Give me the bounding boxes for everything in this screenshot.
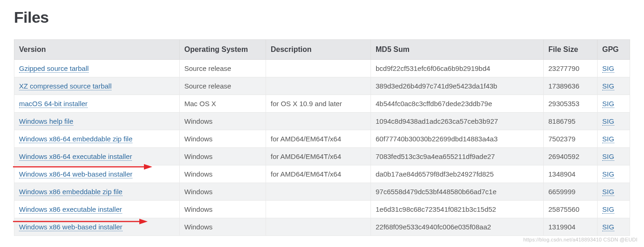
cell-gpg: SIG <box>598 60 630 77</box>
cell-version: macOS 64-bit installer <box>14 95 180 113</box>
cell-os: Source release <box>180 77 266 95</box>
cell-gpg: SIG <box>598 130 630 148</box>
cell-version: XZ compressed source tarball <box>14 77 180 95</box>
col-version: Version <box>14 40 180 60</box>
sig-link[interactable]: SIG <box>602 188 614 196</box>
sig-link[interactable]: SIG <box>602 64 614 73</box>
col-gpg: GPG <box>598 40 630 60</box>
cell-gpg: SIG <box>598 218 630 236</box>
cell-os: Source release <box>180 60 266 77</box>
cell-os: Windows <box>180 218 266 236</box>
cell-version: Windows help file <box>14 113 180 130</box>
download-link[interactable]: Windows x86 embeddable zip file <box>19 188 123 196</box>
cell-description <box>266 201 371 218</box>
cell-md5: bcd9f22cf531efc6f06ca6b9b2919bd4 <box>371 60 544 77</box>
cell-gpg: SIG <box>598 165 630 183</box>
page-title: Files <box>14 8 630 26</box>
cell-gpg: SIG <box>598 95 630 113</box>
col-description: Description <box>266 40 371 60</box>
cell-version: Windows x86 web-based installer <box>14 218 180 236</box>
cell-md5: 4b544fc0ac8c3cffdb67dede23ddb79e <box>371 95 544 113</box>
col-os: Operating System <box>180 40 266 60</box>
download-link[interactable]: Gzipped source tarball <box>19 64 89 73</box>
table-header-row: Version Operating System Description MD5… <box>14 40 630 60</box>
cell-size: 1348904 <box>544 165 598 183</box>
download-link[interactable]: XZ compressed source tarball <box>19 82 111 90</box>
cell-md5: 97c6558d479dc53bf448580b66ad7c1e <box>371 183 544 201</box>
cell-version: Windows x86 executable installer <box>14 201 180 218</box>
cell-size: 6659999 <box>544 183 598 201</box>
download-link[interactable]: macOS 64-bit installer <box>19 100 88 108</box>
sig-link[interactable]: SIG <box>602 135 614 143</box>
cell-md5: 60f77740b30030b22699dbd14883a4a3 <box>371 130 544 148</box>
cell-md5: 1094c8d9438ad1adc263ca57ceb3b927 <box>371 113 544 130</box>
table-row: Windows help fileWindows1094c8d9438ad1ad… <box>14 113 630 130</box>
cell-size: 8186795 <box>544 113 598 130</box>
cell-os: Windows <box>180 165 266 183</box>
cell-md5: 7083fed513c3c9a4ea655211df9ade27 <box>371 148 544 165</box>
table-row: Windows x86-64 web-based installerWindow… <box>14 165 630 183</box>
cell-size: 1319904 <box>544 218 598 236</box>
cell-version: Windows x86-64 web-based installer <box>14 165 180 183</box>
download-link[interactable]: Windows help file <box>19 117 73 126</box>
cell-description: for AMD64/EM64T/x64 <box>266 148 371 165</box>
sig-link[interactable]: SIG <box>602 82 614 90</box>
cell-size: 7502379 <box>544 130 598 148</box>
download-link[interactable]: Windows x86-64 executable installer <box>19 152 132 161</box>
cell-size: 23277790 <box>544 60 598 77</box>
sig-link[interactable]: SIG <box>602 170 614 178</box>
cell-md5: 389d3ed26b4d97c741d9e5423da1f43b <box>371 77 544 95</box>
sig-link[interactable]: SIG <box>602 205 614 214</box>
cell-description <box>266 183 371 201</box>
cell-size: 25875560 <box>544 201 598 218</box>
table-row: Windows x86-64 executable installerWindo… <box>14 148 630 165</box>
cell-description: for OS X 10.9 and later <box>266 95 371 113</box>
table-row: Windows x86-64 embeddable zip fileWindow… <box>14 130 630 148</box>
download-link[interactable]: Windows x86 web-based installer <box>19 223 123 231</box>
files-page: Files Version Operating System Descripti… <box>0 0 644 245</box>
cell-gpg: SIG <box>598 77 630 95</box>
cell-size: 26940592 <box>544 148 598 165</box>
cell-gpg: SIG <box>598 183 630 201</box>
cell-gpg: SIG <box>598 113 630 130</box>
files-table: Version Operating System Description MD5… <box>14 39 630 236</box>
col-md5: MD5 Sum <box>371 40 544 60</box>
cell-description <box>266 113 371 130</box>
download-link[interactable]: Windows x86-64 embeddable zip file <box>19 135 132 143</box>
table-row: macOS 64-bit installerMac OS Xfor OS X 1… <box>14 95 630 113</box>
sig-link[interactable]: SIG <box>602 223 614 231</box>
cell-version: Windows x86 embeddable zip file <box>14 183 180 201</box>
table-row: Windows x86 web-based installerWindows22… <box>14 218 630 236</box>
sig-link[interactable]: SIG <box>602 152 614 161</box>
table-row: Gzipped source tarballSource releasebcd9… <box>14 60 630 77</box>
cell-os: Windows <box>180 148 266 165</box>
col-size: File Size <box>544 40 598 60</box>
table-row: Windows x86 executable installerWindows1… <box>14 201 630 218</box>
cell-gpg: SIG <box>598 148 630 165</box>
cell-description: for AMD64/EM64T/x64 <box>266 130 371 148</box>
cell-description <box>266 218 371 236</box>
table-row: Windows x86 embeddable zip fileWindows97… <box>14 183 630 201</box>
cell-size: 29305353 <box>544 95 598 113</box>
cell-description <box>266 77 371 95</box>
cell-os: Mac OS X <box>180 95 266 113</box>
cell-version: Gzipped source tarball <box>14 60 180 77</box>
cell-md5: da0b17ae84d6579f8df3eb24927fd825 <box>371 165 544 183</box>
cell-os: Windows <box>180 201 266 218</box>
cell-os: Windows <box>180 183 266 201</box>
cell-size: 17389636 <box>544 77 598 95</box>
cell-md5: 1e6d31c98c68c723541f0821b3c15d52 <box>371 201 544 218</box>
sig-link[interactable]: SIG <box>602 100 614 108</box>
cell-description: for AMD64/EM64T/x64 <box>266 165 371 183</box>
table-row: XZ compressed source tarballSource relea… <box>14 77 630 95</box>
cell-gpg: SIG <box>598 201 630 218</box>
watermark-text: https://blog.csdn.net/a418893410 CSDN @E… <box>523 237 637 242</box>
download-link[interactable]: Windows x86 executable installer <box>19 205 122 214</box>
cell-description <box>266 60 371 77</box>
cell-md5: 22f68f09e533c4940fc006e035f08aa2 <box>371 218 544 236</box>
cell-version: Windows x86-64 embeddable zip file <box>14 130 180 148</box>
sig-link[interactable]: SIG <box>602 117 614 126</box>
download-link[interactable]: Windows x86-64 web-based installer <box>19 170 132 178</box>
cell-version: Windows x86-64 executable installer <box>14 148 180 165</box>
cell-os: Windows <box>180 130 266 148</box>
